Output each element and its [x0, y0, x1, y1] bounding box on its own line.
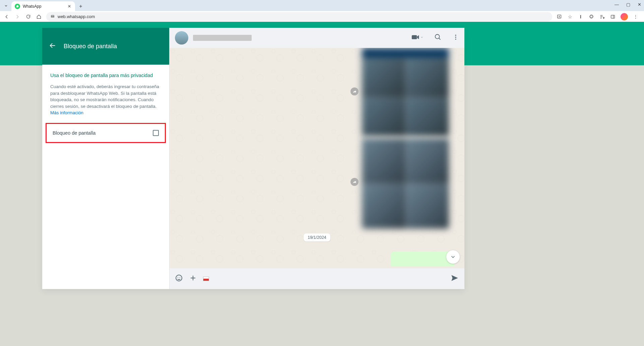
forward-icon-1[interactable] [350, 87, 359, 95]
address-bar[interactable]: web.whatsapp.com [46, 12, 552, 21]
forward-icon-2[interactable] [350, 178, 359, 186]
video-call-icon[interactable] [411, 34, 424, 42]
browser-chrome: WhatsApp ✕ + — ▢ ✕ web.whatsapp.com [0, 0, 644, 22]
sidebar-description: Cuando esté activado, deberás ingresar t… [50, 83, 161, 116]
more-info-link[interactable]: Más información [50, 110, 83, 115]
extensions-icon[interactable] [588, 14, 594, 20]
forward-button[interactable] [14, 13, 21, 20]
media-message-1[interactable] [362, 48, 449, 136]
svg-point-7 [455, 37, 456, 38]
back-button[interactable] [3, 13, 10, 20]
playlist-icon[interactable] [599, 14, 605, 20]
svg-rect-3 [611, 15, 615, 18]
app: Bloqueo de pantalla Usa el bloqueo de pa… [0, 22, 644, 346]
sidebar-description-text: Cuando esté activado, deberás ingresar t… [50, 84, 159, 109]
address-row: web.whatsapp.com ☆ I ⋮ [0, 11, 644, 22]
new-tab-button[interactable]: + [77, 3, 84, 10]
screen-lock-option-row[interactable]: Bloqueo de pantalla [46, 123, 166, 143]
window-controls: — ▢ ✕ [615, 2, 641, 7]
svg-rect-1 [51, 16, 54, 17]
chat-header-icons [411, 33, 459, 42]
svg-rect-4 [412, 35, 417, 39]
contact-avatar[interactable] [175, 31, 188, 45]
minimize-button[interactable]: — [615, 2, 619, 7]
home-button[interactable] [36, 13, 42, 20]
profile-avatar[interactable] [621, 13, 628, 20]
settings-sidebar: Bloqueo de pantalla Usa el bloqueo de pa… [42, 28, 170, 289]
screen-lock-checkbox[interactable] [153, 130, 159, 136]
search-icon[interactable] [434, 33, 442, 42]
close-window-button[interactable]: ✕ [638, 2, 641, 7]
sidebar-content: Usa el bloqueo de pantalla para más priv… [42, 65, 169, 143]
svg-point-8 [455, 39, 456, 40]
install-app-icon[interactable] [556, 14, 562, 20]
back-arrow-icon[interactable] [49, 42, 56, 51]
svg-point-10 [178, 277, 178, 278]
tab-list-dropdown[interactable] [3, 2, 9, 9]
attach-icon[interactable] [189, 274, 197, 283]
screen-lock-label: Bloqueo de pantalla [53, 130, 95, 136]
emoji-icon[interactable] [175, 274, 183, 283]
app-body: Bloqueo de pantalla Usa el bloqueo de pa… [42, 28, 464, 289]
flag-indicator[interactable] [203, 277, 209, 281]
scroll-to-bottom-button[interactable] [446, 250, 460, 264]
composer [170, 268, 464, 289]
tab-row: WhatsApp ✕ + — ▢ ✕ [0, 0, 644, 11]
svg-point-9 [176, 275, 182, 281]
media-message-2[interactable] [362, 138, 449, 229]
addr-right: ☆ I ⋮ [556, 13, 641, 20]
chat-header[interactable] [170, 28, 464, 48]
maximize-button[interactable]: ▢ [626, 2, 630, 7]
sidebar-title: Bloqueo de pantalla [64, 43, 117, 50]
date-separator: 19/1/2024 [304, 233, 330, 241]
bookmark-icon[interactable]: ☆ [567, 14, 573, 20]
contact-name[interactable] [193, 35, 252, 41]
svg-point-5 [435, 34, 440, 39]
url-text: web.whatsapp.com [58, 14, 95, 19]
svg-point-6 [455, 35, 456, 36]
reload-button[interactable] [25, 13, 31, 20]
outgoing-message-partial[interactable] [391, 252, 454, 266]
browser-tab[interactable]: WhatsApp ✕ [11, 1, 75, 11]
chat-menu-icon[interactable] [452, 34, 459, 42]
sidebar-heading: Usa el bloqueo de pantalla para más priv… [50, 73, 161, 78]
site-info-icon[interactable] [50, 14, 55, 19]
whatsapp-icon [15, 4, 20, 9]
svg-point-11 [180, 277, 180, 278]
close-icon[interactable]: ✕ [67, 4, 72, 9]
tab-title: WhatsApp [23, 4, 64, 9]
browser-menu-icon[interactable]: ⋮ [633, 14, 639, 20]
sidepanel-icon[interactable] [610, 14, 616, 20]
chat-panel: 19/1/2024 [170, 28, 464, 289]
sidebar-header: Bloqueo de pantalla [42, 28, 169, 65]
text-cursor-icon[interactable]: I [578, 14, 584, 20]
send-icon[interactable] [450, 274, 459, 284]
chat-body[interactable]: 19/1/2024 [170, 48, 464, 268]
